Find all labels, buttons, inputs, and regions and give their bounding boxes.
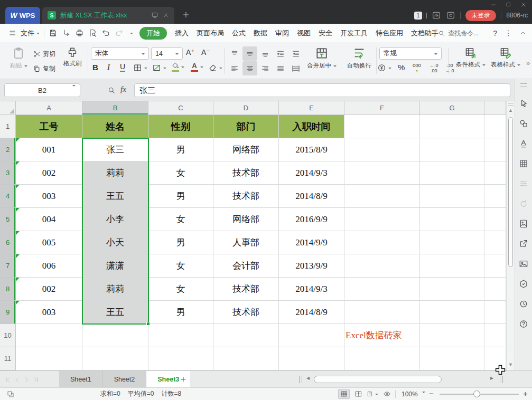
cell-D2[interactable]: 网络部: [213, 138, 279, 161]
more-options-icon[interactable]: [504, 29, 512, 37]
minimize-button[interactable]: [490, 2, 497, 8]
menu-tab-5[interactable]: 数据: [254, 28, 267, 38]
print-preview-icon[interactable]: [88, 28, 97, 37]
cell-D7[interactable]: 会计部: [213, 254, 279, 278]
fill-handle[interactable]: [146, 322, 150, 326]
cell-C1[interactable]: 性别: [148, 115, 213, 138]
cell-F11[interactable]: [344, 347, 420, 370]
cell-B6[interactable]: 小天: [82, 231, 148, 254]
cell-A11[interactable]: [16, 347, 82, 370]
row-header-5[interactable]: 5: [0, 208, 16, 231]
cell-F2[interactable]: [344, 138, 420, 161]
cell-B9[interactable]: 王五: [82, 301, 148, 324]
select-all-corner[interactable]: [0, 101, 16, 115]
menu-tab-2[interactable]: 插入: [175, 28, 189, 38]
cell-C10[interactable]: [148, 324, 213, 347]
first-sheet-icon[interactable]: [4, 376, 11, 383]
v-splitter[interactable]: [508, 103, 514, 106]
column-header-C[interactable]: C: [148, 101, 213, 115]
align-bottom-button[interactable]: [258, 46, 273, 61]
scroll-right-icon[interactable]: ▸: [490, 374, 493, 382]
cell-B5[interactable]: 小李: [82, 208, 148, 231]
cell-E3[interactable]: 2014/9/3: [279, 161, 344, 185]
ribbon-overflow-icon[interactable]: »: [526, 59, 530, 67]
cell-E7[interactable]: 2013/9/9: [279, 254, 344, 278]
wrap-text-button[interactable]: 自动换行: [343, 46, 375, 70]
row-header-9[interactable]: 9: [0, 301, 16, 324]
history-clock-icon[interactable]: [519, 299, 528, 309]
cell-G10[interactable]: [420, 324, 484, 347]
output-icon[interactable]: [62, 28, 71, 37]
increase-indent-button[interactable]: [288, 46, 303, 61]
sheet-tab-sheet1[interactable]: Sheet1: [59, 371, 103, 387]
name-box[interactable]: B2: [4, 83, 80, 97]
cell-G6[interactable]: [420, 231, 484, 254]
cell-C2[interactable]: 男: [148, 138, 213, 161]
cell-F4[interactable]: [344, 185, 420, 208]
cell-B10[interactable]: [82, 324, 148, 347]
cell-B8[interactable]: 莉莉: [82, 278, 148, 301]
cell-F5[interactable]: [344, 208, 420, 231]
cell-C9[interactable]: 男: [148, 301, 213, 324]
align-center-button[interactable]: [242, 61, 257, 75]
wps-home-tab[interactable]: W WPS: [5, 7, 40, 24]
paste-button[interactable]: 粘贴: [6, 46, 31, 70]
distributed-button[interactable]: [288, 61, 303, 75]
cell-C6[interactable]: 男: [148, 231, 213, 254]
tray-icon[interactable]: [446, 11, 455, 20]
eye-protect-button[interactable]: [381, 389, 393, 399]
next-sheet-icon[interactable]: [23, 376, 30, 383]
align-left-button[interactable]: [227, 61, 242, 75]
menu-tab-9[interactable]: 开发工具: [340, 28, 368, 38]
cell-B2[interactable]: 张三: [82, 138, 148, 161]
menu-tab-8[interactable]: 安全: [319, 28, 332, 38]
cell-E8[interactable]: 2014/9/3: [279, 278, 344, 301]
cell-C5[interactable]: 女: [148, 208, 213, 231]
cell-D10[interactable]: [213, 324, 279, 347]
column-header-overflow[interactable]: [484, 101, 506, 115]
row-header-3[interactable]: 3: [0, 161, 16, 185]
cell-H6[interactable]: [484, 231, 506, 254]
column-header-A[interactable]: A: [16, 101, 82, 115]
fx-button[interactable]: fx: [120, 85, 126, 94]
row-header-4[interactable]: 4: [0, 185, 16, 208]
column-header-E[interactable]: E: [279, 101, 344, 115]
merge-center-button[interactable]: 合并居中: [303, 46, 340, 70]
cell-B11[interactable]: [82, 347, 148, 370]
zoom-level[interactable]: 100%: [402, 391, 418, 398]
cell-H10[interactable]: [484, 324, 506, 347]
menu-tab-7[interactable]: 视图: [297, 28, 311, 38]
selection-mode-icon[interactable]: [6, 390, 15, 398]
cell-E6[interactable]: 2014/9/9: [279, 231, 344, 254]
formula-input[interactable]: [134, 83, 510, 97]
cell-H5[interactable]: [484, 208, 506, 231]
share-export-icon[interactable]: [519, 239, 528, 249]
command-search[interactable]: [438, 30, 486, 37]
cell-G11[interactable]: [420, 347, 484, 370]
cell-A1[interactable]: 工号: [16, 115, 82, 138]
decrease-indent-button[interactable]: [273, 46, 288, 61]
menu-tab-11[interactable]: 文档助手: [411, 28, 438, 38]
italic-button[interactable]: I: [107, 63, 110, 72]
column-header-B[interactable]: B: [82, 101, 148, 115]
cell-E1[interactable]: 入职时间: [279, 115, 344, 138]
seal-icon[interactable]: [519, 279, 528, 289]
cell-G2[interactable]: [420, 138, 484, 161]
cell-D6[interactable]: 人事部: [213, 231, 279, 254]
cell-D5[interactable]: 网络部: [213, 208, 279, 231]
cell-C4[interactable]: 男: [148, 185, 213, 208]
h-splitter-2[interactable]: [500, 376, 503, 383]
increase-font-button[interactable]: A⁺: [186, 48, 195, 56]
cell-F10[interactable]: Excel数据砖家: [344, 324, 420, 347]
h-splitter[interactable]: [299, 376, 302, 383]
cell-E9[interactable]: 2014/8/9: [279, 301, 344, 324]
cell-F8[interactable]: [344, 278, 420, 301]
collapse-ribbon-icon[interactable]: [519, 30, 527, 37]
cut-button[interactable]: 剪切: [33, 50, 55, 59]
comma-style-button[interactable]: 000,: [413, 63, 421, 71]
scroll-up-icon[interactable]: ▲: [507, 108, 514, 113]
login-button[interactable]: 未登录: [465, 10, 497, 21]
cell-H1[interactable]: [484, 115, 506, 138]
doc-image-icon[interactable]: [519, 219, 528, 228]
cell-E10[interactable]: [279, 324, 344, 347]
